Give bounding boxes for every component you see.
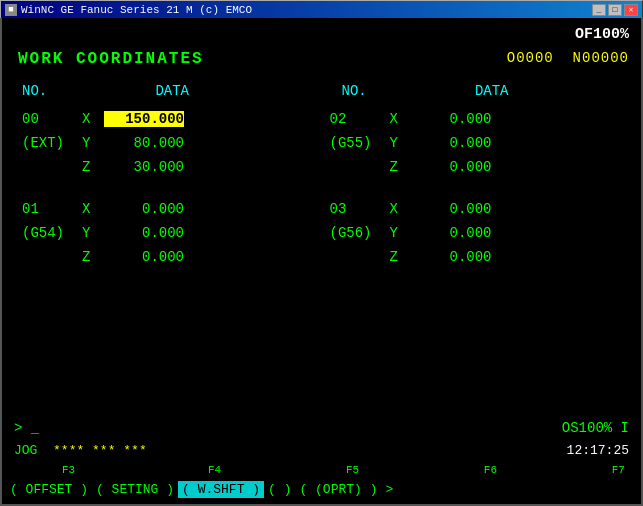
func-offset-button[interactable]: ( OFFSET ) xyxy=(6,481,92,498)
of-display: OF100% xyxy=(575,26,629,43)
n-number: N00000 xyxy=(573,50,629,66)
fkey-f5-label: F5 xyxy=(346,464,359,476)
status-bar: > _ OS100% I xyxy=(14,420,629,436)
group03-id: 03 xyxy=(330,201,390,217)
coords-right: 02 X 0.000 (G55) Y 0.000 Z 0.000 xyxy=(310,107,621,287)
group00-y: 80.000 xyxy=(104,135,184,151)
prompt: > _ xyxy=(14,420,39,436)
group01-y: 0.000 xyxy=(104,225,184,241)
group03-x: 0.000 xyxy=(412,201,492,217)
group03-y: 0.000 xyxy=(412,225,492,241)
func-wshft-button[interactable]: ( W.SHFT ) xyxy=(178,481,264,498)
fkey-f7-label: F7 xyxy=(612,464,625,476)
group00-x: 150.000 xyxy=(104,111,184,127)
function-bar: ( OFFSET ) ( SETING ) ( W.SHFT ) ( ) ( (… xyxy=(2,478,641,500)
fkey-f4-label: F4 xyxy=(208,464,221,476)
right-no-header: NO. xyxy=(342,83,397,99)
func-oprt-button[interactable]: ( (OPRT) ) xyxy=(295,481,381,498)
jog-time: 12:17:25 xyxy=(567,443,629,458)
jog-stars: **** *** *** xyxy=(45,443,146,458)
close-button[interactable]: ✕ xyxy=(624,4,638,16)
group02-label: (G55) xyxy=(330,135,390,151)
group-02: 02 X 0.000 (G55) Y 0.000 Z 0.000 xyxy=(330,107,621,179)
coords-container: 00 X 150.000 (EXT) Y 80.000 Z 30.000 xyxy=(22,107,621,287)
maximize-button[interactable]: □ xyxy=(608,4,622,16)
title-text: WinNC GE Fanuc Series 21 M (c) EMCO xyxy=(21,4,252,16)
jog-line: JOG **** *** *** 12:17:25 xyxy=(14,443,629,458)
data-area: NO. DATA NO. DATA 00 xyxy=(2,83,641,287)
group00-id: 00 xyxy=(22,111,82,127)
fkey-f3-label: F3 xyxy=(62,464,75,476)
group-01: 01 X 0.000 (G54) Y 0.000 Z 0.000 xyxy=(22,197,310,269)
group-00: 00 X 150.000 (EXT) Y 80.000 Z 30.000 xyxy=(22,107,310,179)
group01-label: (G54) xyxy=(22,225,82,241)
group02-z: 0.000 xyxy=(412,159,492,175)
window-controls[interactable]: _ □ ✕ xyxy=(592,4,638,16)
app-icon: ■ xyxy=(5,4,17,16)
o-number: O0000 xyxy=(507,50,554,66)
group00-z: 30.000 xyxy=(104,159,184,175)
jog-mode: JOG xyxy=(14,443,37,458)
program-info: O0000 N00000 xyxy=(507,50,629,66)
group03-label: (G56) xyxy=(330,225,390,241)
coords-left: 00 X 150.000 (EXT) Y 80.000 Z 30.000 xyxy=(22,107,310,287)
minimize-button[interactable]: _ xyxy=(592,4,606,16)
work-coordinates-header: WORK COORDINATES xyxy=(18,50,204,68)
group00-label: (EXT) xyxy=(22,135,82,151)
group01-id: 01 xyxy=(22,201,82,217)
func-arrow-button[interactable]: > xyxy=(381,481,397,498)
fkey-labels: F3 F4 F5 F6 F7 xyxy=(14,464,629,476)
group02-x: 0.000 xyxy=(412,111,492,127)
group-03: 03 X 0.000 (G56) Y 0.000 Z 0.000 xyxy=(330,197,621,269)
func-seting-button[interactable]: ( SETING ) xyxy=(92,481,178,498)
left-no-header: NO. xyxy=(22,83,77,99)
right-data-header: DATA xyxy=(419,83,509,99)
left-data-header: DATA xyxy=(99,83,189,99)
os-status: OS100% I xyxy=(562,420,629,436)
group01-z: 0.000 xyxy=(104,249,184,265)
group02-y: 0.000 xyxy=(412,135,492,151)
group03-z: 0.000 xyxy=(412,249,492,265)
title-bar-left: ■ WinNC GE Fanuc Series 21 M (c) EMCO xyxy=(5,4,252,16)
cnc-screen: OF100% WORK COORDINATES O0000 N00000 NO.… xyxy=(0,18,643,506)
title-bar: ■ WinNC GE Fanuc Series 21 M (c) EMCO _ … xyxy=(0,0,643,18)
jog-info: JOG **** *** *** xyxy=(14,443,147,458)
func-empty-button: ( ) xyxy=(264,481,295,498)
group01-x: 0.000 xyxy=(104,201,184,217)
fkey-f6-label: F6 xyxy=(484,464,497,476)
group02-id: 02 xyxy=(330,111,390,127)
